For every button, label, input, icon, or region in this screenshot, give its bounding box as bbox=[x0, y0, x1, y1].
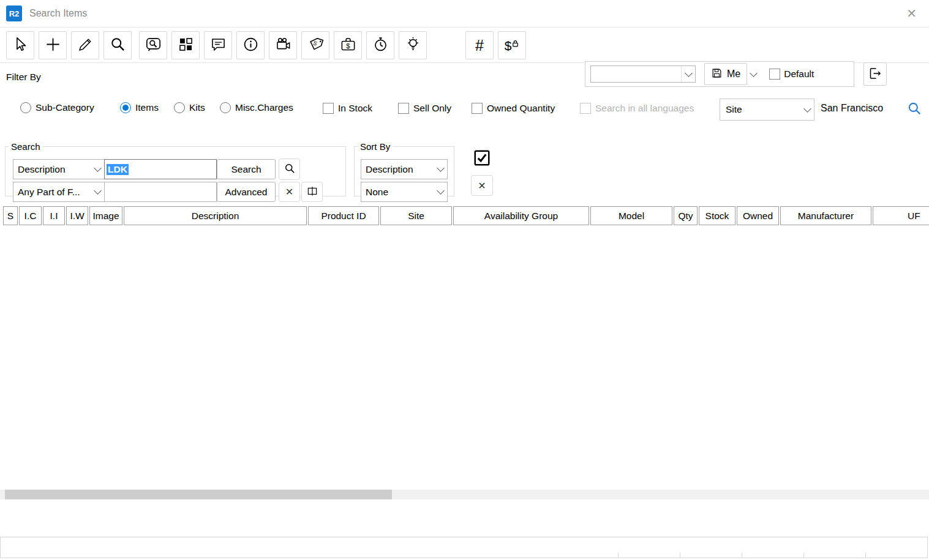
match-mode-combo[interactable]: Any Part of F... bbox=[13, 182, 105, 202]
column-header-model[interactable]: Model bbox=[590, 206, 672, 225]
save-me-button[interactable]: Me bbox=[704, 63, 747, 85]
radio-misc-charges[interactable]: Misc.Charges bbox=[220, 102, 293, 113]
sort-secondary-combo[interactable]: None bbox=[361, 182, 448, 202]
view-search-button[interactable] bbox=[103, 31, 132, 59]
exit-icon bbox=[868, 66, 882, 83]
horizontal-scrollbar[interactable] bbox=[0, 490, 929, 499]
tips-button[interactable] bbox=[399, 31, 427, 59]
search-query-input[interactable]: LDK bbox=[104, 159, 217, 179]
sort-primary-value: Description bbox=[361, 164, 434, 175]
radio-circle[interactable] bbox=[220, 102, 231, 113]
media-button[interactable] bbox=[269, 31, 297, 59]
match-mode-combo-value: Any Part of F... bbox=[13, 187, 91, 198]
filter-by-label: Filter By bbox=[6, 72, 41, 83]
column-header-stock[interactable]: Stock bbox=[699, 206, 735, 225]
close-icon[interactable]: ✕ bbox=[906, 6, 917, 21]
chevron-down-icon bbox=[681, 66, 695, 82]
number-button[interactable]: # bbox=[465, 31, 494, 59]
checkbox-search-all-languages-label: Search in all languages bbox=[595, 103, 694, 114]
results-area bbox=[0, 226, 929, 490]
column-header-uf[interactable]: UF bbox=[873, 206, 929, 225]
checkbox-in-stock[interactable]: In Stock bbox=[323, 103, 372, 114]
column-header-availability-group[interactable]: Availability Group bbox=[453, 206, 589, 225]
status-cell bbox=[742, 553, 803, 558]
secondary-query-input[interactable] bbox=[104, 182, 217, 202]
sort-secondary-value: None bbox=[361, 187, 434, 198]
pointer-button[interactable] bbox=[6, 31, 34, 59]
checkbox-square[interactable] bbox=[323, 103, 334, 114]
layout-button[interactable] bbox=[171, 31, 200, 59]
checkbox-sell-only[interactable]: Sell Only bbox=[398, 103, 451, 114]
column-header-iw[interactable]: I.W bbox=[66, 206, 88, 225]
column-header-manufacturer[interactable]: Manufacturer bbox=[780, 206, 871, 225]
site-search-icon[interactable] bbox=[906, 100, 922, 116]
chevron-down-icon bbox=[434, 160, 447, 179]
column-header-product-id[interactable]: Product ID bbox=[308, 206, 379, 225]
clear-search-button[interactable]: ✕ bbox=[279, 182, 300, 202]
select-all-button[interactable] bbox=[471, 147, 493, 170]
search-button[interactable]: Search bbox=[217, 159, 276, 179]
column-header-site[interactable]: Site bbox=[380, 206, 452, 225]
price-tag-icon: S bbox=[307, 36, 324, 54]
history-button[interactable] bbox=[366, 31, 394, 59]
radio-circle[interactable] bbox=[20, 102, 31, 113]
status-bar-cells bbox=[618, 553, 927, 558]
financial-button[interactable]: $ bbox=[334, 31, 362, 59]
default-checkbox-group[interactable]: Default bbox=[769, 69, 814, 80]
site-combo[interactable]: Site bbox=[720, 99, 814, 121]
selected-query-text: LDK bbox=[107, 164, 129, 175]
magnifier-icon bbox=[284, 162, 296, 176]
clear-icon: ✕ bbox=[285, 186, 293, 198]
radio-kits[interactable]: Kits bbox=[174, 102, 205, 113]
plus-icon bbox=[45, 36, 61, 54]
save-icon bbox=[711, 67, 723, 81]
column-header-image[interactable]: Image bbox=[89, 206, 122, 225]
titlebar: R2 Search Items ✕ bbox=[0, 0, 929, 28]
chevron-down-icon bbox=[91, 160, 104, 179]
quick-search-button[interactable] bbox=[279, 159, 300, 180]
compare-window-button[interactable] bbox=[301, 182, 323, 202]
exit-button[interactable] bbox=[863, 62, 887, 86]
radio-items[interactable]: Items bbox=[120, 102, 159, 113]
checkbox-square[interactable] bbox=[398, 103, 409, 114]
profile-group: Me Default bbox=[585, 61, 854, 87]
radio-sub-category-label: Sub-Category bbox=[36, 102, 94, 113]
timer-icon bbox=[372, 36, 389, 54]
search-field-combo[interactable]: Description bbox=[13, 159, 105, 179]
checked-checkbox-icon bbox=[473, 149, 491, 169]
column-header-description[interactable]: Description bbox=[124, 206, 307, 225]
toolbar: S $ # $ Me Default bbox=[0, 28, 929, 63]
info-button[interactable] bbox=[236, 31, 265, 59]
scrollbar-thumb[interactable] bbox=[5, 490, 392, 499]
column-header-qty[interactable]: Qty bbox=[674, 206, 698, 225]
notes-button[interactable] bbox=[204, 31, 232, 59]
search-icon bbox=[110, 36, 126, 54]
clear-selection-button[interactable]: ✕ bbox=[471, 175, 493, 196]
checkbox-owned-quantity[interactable]: Owned Quantity bbox=[472, 103, 555, 114]
sort-primary-combo[interactable]: Description bbox=[361, 159, 448, 179]
status-cell bbox=[680, 553, 742, 558]
radio-circle-selected[interactable] bbox=[120, 102, 131, 113]
hash-icon: # bbox=[475, 38, 484, 53]
light-bulb-icon bbox=[405, 36, 421, 54]
chevron-down-icon bbox=[800, 99, 814, 120]
column-header-ii[interactable]: I.I bbox=[43, 206, 65, 225]
radio-items-label: Items bbox=[135, 102, 159, 113]
radio-sub-category[interactable]: Sub-Category bbox=[20, 102, 94, 113]
column-header-owned[interactable]: Owned bbox=[737, 206, 779, 225]
column-header-s[interactable]: S bbox=[3, 206, 18, 225]
advanced-button[interactable]: Advanced bbox=[217, 182, 276, 202]
price-lock-button[interactable]: $ bbox=[498, 31, 526, 59]
edit-button[interactable] bbox=[71, 31, 99, 59]
price-tag-button[interactable]: S bbox=[301, 31, 329, 59]
add-button[interactable] bbox=[39, 31, 67, 59]
column-header-ic[interactable]: I.C bbox=[19, 206, 42, 225]
results-table-header: S I.C I.I I.W Image Description Product … bbox=[3, 206, 929, 225]
profile-combo[interactable] bbox=[590, 65, 696, 83]
checkbox-square[interactable] bbox=[472, 103, 483, 114]
radio-circle[interactable] bbox=[174, 102, 185, 113]
search-group-label: Search bbox=[9, 141, 43, 152]
preview-search-button[interactable] bbox=[139, 31, 167, 59]
default-checkbox[interactable] bbox=[769, 69, 780, 80]
me-dropdown-chevron-icon[interactable] bbox=[747, 63, 759, 85]
